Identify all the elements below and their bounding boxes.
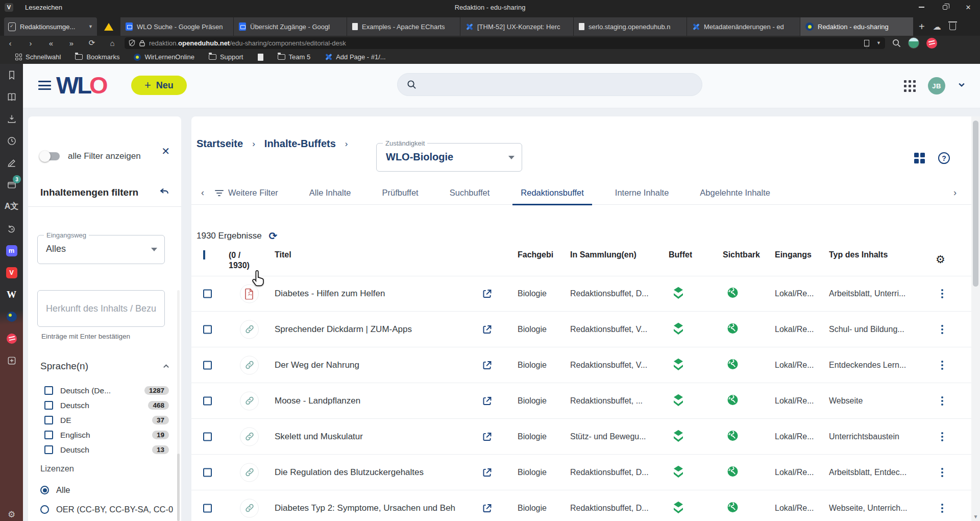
language-checkbox[interactable] [44,445,53,454]
new-content-button[interactable]: +Neu [131,76,187,95]
mastodon-panel-icon[interactable]: m [0,240,23,262]
tabs-scroll-right-icon[interactable]: › [944,187,966,198]
row-title[interactable]: Diabetes Typ 2: Symptome, Ursachen und B… [275,503,478,513]
row-title[interactable]: Moose - Landpflanzen [275,396,478,406]
column-collections[interactable]: In Sammlung(en) [570,250,663,259]
open-in-new-icon[interactable] [482,431,493,442]
license-radio-oer[interactable]: OER (CC-BY, CC-BY-SA, CC-0 [40,505,173,514]
filter-reset-icon[interactable] [159,186,170,199]
windows-panel-icon[interactable]: 3 [0,174,23,196]
table-row[interactable]: Sprechender Dickdarm | ZUM-AppsBiologieR… [191,312,971,347]
herkunft-field[interactable] [37,290,165,327]
downloads-panel-icon[interactable] [0,108,23,130]
row-title[interactable]: Der Weg der Nahrung [275,360,478,370]
row-checkbox[interactable] [203,361,212,369]
fast-forward-button[interactable]: » [61,39,82,48]
row-title[interactable]: Die Regulation des Blutzuckergehaltes [275,467,478,478]
tab-prüfbuffet[interactable]: Prüfbuffet [381,181,419,205]
language-checkbox[interactable] [44,416,53,424]
language-filter-row[interactable]: DE37 [40,413,169,428]
browser-tab[interactable]: Redaktion - edu-sharing [800,17,913,36]
language-checkbox[interactable] [44,431,53,439]
apps-grid-icon[interactable] [904,80,916,92]
wikipedia-panel-icon[interactable]: W [0,283,23,305]
table-settings-gear-icon[interactable]: ⚙ [936,253,945,266]
closed-tabs-trash-icon[interactable] [949,23,956,30]
refresh-results-icon[interactable]: ⟳ [269,230,278,242]
row-menu-button[interactable] [940,502,945,514]
row-title[interactable]: Diabetes - Hilfen zum Helfen [275,289,478,299]
drive-tab[interactable] [97,17,120,36]
filter-close-icon[interactable]: ✕ [161,145,170,157]
browser-tab[interactable]: serlo.staging.openeduhub.n [574,17,687,36]
browser-tab[interactable]: [THM-52] UX-Konzept: Herc [460,17,573,36]
column-title[interactable]: Titel [275,250,291,259]
row-checkbox[interactable] [203,396,212,405]
table-row[interactable]: Skelett und MuskulaturBiologieStütz- und… [191,419,971,455]
open-in-new-icon[interactable] [482,289,493,299]
select-all-checkbox[interactable] [203,250,205,259]
app-search-field[interactable] [397,73,702,96]
help-icon[interactable]: ? [938,152,950,164]
eingangsweg-select[interactable]: Eingangsweg Alles [37,235,165,264]
pinned-tab[interactable]: Redaktionsumge... ▼ [4,17,97,36]
rewind-button[interactable]: « [41,39,61,48]
row-menu-button[interactable] [940,288,945,300]
user-avatar[interactable]: JB [928,77,945,94]
column-eingang[interactable]: Eingangs [775,250,822,259]
open-in-new-icon[interactable] [482,467,493,478]
reading-list-icon[interactable] [0,86,23,108]
table-row[interactable]: Die Regulation des BlutzuckergehaltesBio… [191,455,971,490]
language-filter-row[interactable]: Deutsch468 [40,398,169,413]
vivaldi-panel-icon[interactable]: V [0,262,23,283]
table-row[interactable]: Moose - LandpflanzenBiologieRedaktionsbu… [191,383,971,419]
column-visibility[interactable]: Sichtbark [723,250,763,259]
tab-interne-inhalte[interactable]: Interne Inhalte [614,181,670,205]
browser-profile-avatar[interactable] [908,37,919,49]
bookmark-item[interactable]: Bookmarks [69,50,126,64]
row-menu-button[interactable] [940,323,945,336]
sprachen-collapse-icon[interactable] [162,363,170,372]
row-checkbox[interactable] [203,432,212,441]
bookmark-item[interactable] [252,50,270,64]
reload-button[interactable]: ⟳ [82,38,102,48]
row-title[interactable]: Skelett und Muskulatur [275,432,478,442]
browser-tab[interactable]: WLO Suche - Google Präsen [120,17,233,36]
sync-cloud-icon[interactable]: ☁ [933,22,941,32]
tab-suchbuffet[interactable]: Suchbuffet [449,181,491,205]
column-subject[interactable]: Fachgebi [518,250,565,259]
browser-tab[interactable]: Metadatenänderungen - ed [687,17,800,36]
open-in-new-icon[interactable] [482,503,493,513]
column-buffet[interactable]: Buffet [669,250,692,259]
row-checkbox[interactable] [203,468,212,477]
hamburger-menu-button[interactable] [38,81,51,92]
breadcrumb-inhalte-buffets[interactable]: Inhalte-Buffets [264,138,336,150]
language-filter-row[interactable]: Deutsch13 [40,442,169,457]
back-button[interactable]: ‹ [0,39,20,48]
scrollbar-down-arrow[interactable]: ▼ [971,514,980,519]
row-checkbox[interactable] [203,290,212,298]
url-field[interactable]: redaktion.openeduhub.net/edu-sharing/com… [125,37,885,49]
vivaldi-account-icon[interactable] [926,38,937,49]
sessions-panel-icon[interactable] [0,218,23,240]
bookmark-item[interactable]: Support [203,50,250,64]
page-scrollbar[interactable]: ▼ [971,116,980,521]
bookmark-item[interactable]: Add Page - #1/... [318,50,392,64]
row-checkbox[interactable] [203,325,212,334]
minimize-button[interactable] [910,0,933,14]
row-checkbox[interactable] [203,504,212,512]
menu-lesezeichen[interactable]: Lesezeichen [18,0,69,14]
open-in-new-icon[interactable] [482,395,493,406]
tab-redaktionsbuffet[interactable]: Redaktionsbuffet [520,181,585,205]
notes-panel-icon[interactable] [0,152,23,174]
license-radio-alle[interactable]: Alle [40,485,70,495]
open-in-new-icon[interactable] [482,360,493,370]
user-menu-chevron-icon[interactable] [958,81,966,91]
panel-settings-icon[interactable]: ⚙ [0,509,23,520]
wirlernenonline-panel-icon[interactable] [0,305,23,327]
table-row[interactable]: Diabetes Typ 2: Symptome, Ursachen und B… [191,490,971,521]
table-row[interactable]: Der Weg der NahrungBiologieRedaktionsbuf… [191,347,971,383]
table-row[interactable]: Diabetes - Hilfen zum HelfenBiologieReda… [191,276,971,312]
history-panel-icon[interactable] [0,130,23,152]
row-title[interactable]: Sprechender Dickdarm | ZUM-Apps [275,324,478,335]
